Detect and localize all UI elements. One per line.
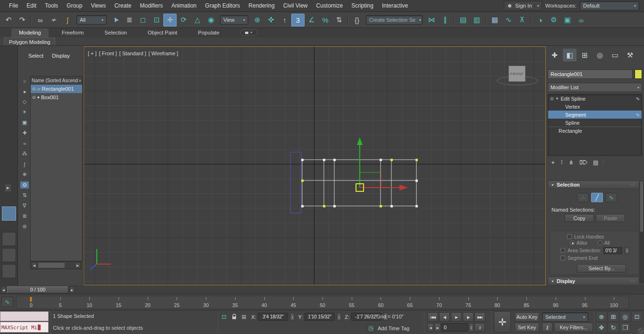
track-bar-ruler[interactable]: 0510152025303540455055606570758085909510… — [16, 296, 629, 309]
gizmo-x-arrowhead[interactable] — [399, 185, 408, 190]
key-filters-button[interactable]: Key Filters... — [554, 323, 593, 332]
toggle-ribbon-icon[interactable]: ▦ — [488, 14, 501, 26]
zoom-icon[interactable]: ⊕ — [596, 311, 607, 322]
expand-arrow-icon[interactable]: ▼ — [556, 97, 559, 100]
menu-item[interactable]: Modifiers — [136, 0, 167, 11]
pin-stack-icon[interactable]: ⌖ — [551, 159, 555, 166]
menu-item[interactable]: Views — [86, 0, 110, 11]
display-helpers-icon[interactable]: ✚ — [20, 129, 29, 137]
menu-item[interactable]: Rendering — [244, 0, 279, 11]
time-slider-handle[interactable]: 0 / 100 — [7, 286, 68, 293]
add-time-tag-label[interactable]: Add Time Tag — [378, 325, 409, 331]
next-key-icon[interactable]: ▶ — [434, 323, 441, 332]
time-slider-left-icon[interactable]: ◀ — [1, 286, 6, 293]
selection-rollout-header[interactable]: ▼ Selection ∷∷ — [548, 180, 639, 189]
modifier-stack-row[interactable]: Spline — [548, 119, 642, 127]
select-by-button[interactable]: Select By... — [577, 264, 626, 273]
filter-icon[interactable]: ∇ — [20, 202, 29, 209]
scene-explorer-tab[interactable]: Display — [49, 52, 73, 60]
alike-radio[interactable] — [570, 240, 575, 245]
ribbon-tab[interactable]: Modeling — [11, 28, 49, 37]
next-frame-button[interactable]: |▶ — [463, 312, 474, 322]
lock-handles-checkbox[interactable] — [567, 234, 572, 239]
go-to-end-button[interactable]: ▶▶| — [475, 312, 485, 322]
display-frozen-icon[interactable]: ❄ — [20, 171, 29, 178]
ribbon-tab[interactable]: Populate — [190, 28, 227, 37]
more-columns-icon[interactable]: » — [78, 78, 81, 83]
modifier-stack-row[interactable]: Segment ∿ — [548, 111, 642, 119]
chevron-down-icon[interactable]: ▾ — [534, 4, 539, 8]
spline-subobject-button[interactable]: ∿ — [605, 193, 617, 202]
remove-modifier-icon[interactable]: ⌦ — [579, 159, 587, 166]
visibility-eye-icon[interactable]: ⊙ — [32, 95, 36, 100]
pan-icon[interactable]: ✥ — [596, 322, 607, 333]
current-frame-marker[interactable] — [30, 297, 32, 302]
menu-item[interactable]: Tools — [41, 0, 62, 11]
select-and-manipulate-icon[interactable]: ✜ — [264, 14, 278, 26]
viewport-menu-item[interactable]: [ Front ] — [99, 51, 117, 56]
display-tab[interactable]: ▭ — [608, 49, 622, 61]
rollout-collapse-icon[interactable]: ▼ — [551, 183, 554, 187]
zoom-all-icon[interactable]: ⊞ — [608, 311, 619, 322]
ribbon-tab[interactable]: Selection — [97, 28, 134, 37]
x-coordinate-field[interactable]: 3'4 18/32" — [258, 313, 288, 321]
display-none-icon[interactable]: ○ — [20, 77, 29, 85]
rendered-frame-window-icon[interactable]: ▣ — [561, 14, 574, 26]
previous-key-icon[interactable]: ◀ — [427, 323, 433, 332]
spinner-snap-toggle-icon[interactable]: ⇅ — [332, 14, 346, 26]
snaps-toggle-3d-icon[interactable]: 3 — [291, 14, 305, 26]
sign-in-button[interactable]: ☻ Sign In ▾ — [504, 1, 542, 10]
viewport-menu-item[interactable]: [ + ] — [88, 51, 97, 56]
visibility-eye-icon[interactable]: ⊙ — [32, 86, 36, 91]
rectangle-shape-unselected[interactable] — [290, 152, 301, 213]
dock-button[interactable] — [2, 264, 16, 278]
dock-button[interactable] — [2, 206, 16, 221]
configure-modifier-sets-icon[interactable]: ▤ — [593, 159, 598, 166]
x-coordinate-spinner[interactable]: ▴▾ — [290, 313, 295, 321]
display-rollout-header[interactable]: ▼ Display ∷∷ — [548, 277, 639, 285]
horizontal-scrollbar[interactable]: ◀ ▶ — [30, 261, 82, 269]
scroll-left-icon[interactable]: ◀ — [31, 262, 37, 268]
vertex-subobject-button[interactable]: ∴ — [577, 193, 589, 202]
navigation-cross-button[interactable]: ✛ — [494, 311, 511, 333]
scroll-right-icon[interactable]: ▶ — [75, 262, 81, 268]
front-viewport[interactable]: [ + ][ Front ][ Standard ][ Wireframe ] … — [84, 46, 546, 285]
render-setup-icon[interactable]: ⚙ — [547, 14, 560, 26]
modifier-list-select[interactable]: Modifier List ▾ — [548, 83, 642, 92]
sort-icon[interactable]: ⇅ — [20, 192, 29, 199]
paste-button[interactable]: Paste — [596, 214, 625, 222]
modifier-stack-row[interactable]: ⊙ ▼ Edit Spline ∿ — [548, 94, 642, 103]
maxscript-mini-listener-input[interactable]: MAXScript Mi — [0, 322, 49, 333]
rectangular-selection-region-icon[interactable]: ◻ — [136, 14, 150, 26]
material-editor-icon[interactable]: ◑ — [534, 14, 547, 26]
rollout-collapse-icon[interactable]: ▼ — [551, 280, 554, 283]
maximize-viewport-icon[interactable]: ❒ — [619, 322, 631, 333]
edit-named-selection-sets-icon[interactable]: {} — [350, 14, 364, 26]
spinner-down-icon[interactable]: ▾ — [627, 250, 628, 252]
make-unique-icon[interactable]: ⋔ — [569, 159, 574, 166]
display-hidden-icon[interactable]: ⊙ — [20, 181, 29, 188]
time-slider[interactable]: ◀ 0 / 100 ▶ — [0, 285, 644, 294]
area-selection-spinner[interactable]: ▴ ▾ — [625, 247, 629, 254]
mini-curve-editor-button[interactable]: ∿ — [1, 297, 13, 307]
select-and-scale-icon[interactable]: △ — [191, 14, 204, 26]
bind-to-space-warp-icon[interactable]: ʃ — [61, 14, 74, 26]
scene-object-row[interactable]: ⊙ ▱ Rectangle001 — [31, 85, 82, 93]
percent-snap-toggle-icon[interactable]: % — [319, 14, 332, 26]
time-tag-clock-icon[interactable]: ◷ — [367, 324, 375, 332]
select-and-rotate-icon[interactable]: ⟳ — [177, 14, 190, 26]
object-name-field[interactable]: Rectangle001 — [548, 69, 633, 79]
menu-item[interactable]: Interactive — [378, 0, 412, 11]
zoom-extents-icon[interactable]: ◎ — [619, 311, 631, 322]
display-space-warps-icon[interactable]: ≈ — [20, 140, 29, 147]
menu-item[interactable]: Civil View — [279, 0, 312, 11]
spinner-down-icon[interactable]: ▾ — [471, 327, 472, 329]
menu-item[interactable]: Edit — [22, 0, 41, 11]
undo-icon[interactable]: ↶ — [2, 14, 15, 26]
viewport-canvas[interactable] — [84, 47, 545, 285]
select-object-icon[interactable]: ➤ — [109, 14, 122, 26]
lock-explorer-icon[interactable]: ⊘ — [20, 223, 29, 230]
window-crossing-icon[interactable]: ⊡ — [150, 14, 163, 26]
expand-panel-button[interactable]: ▶ — [4, 184, 12, 192]
previous-frame-button[interactable]: ◀| — [439, 312, 450, 322]
